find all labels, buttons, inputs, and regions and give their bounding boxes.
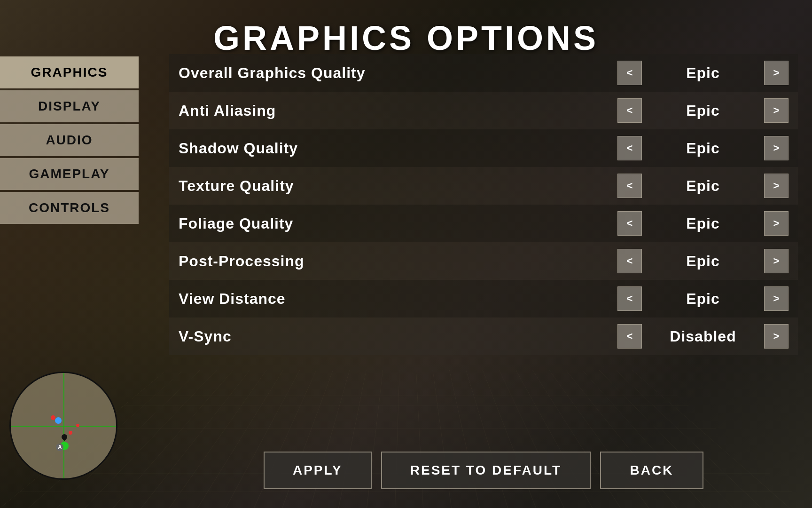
settings-row-shadow-quality: Shadow Quality < Epic > xyxy=(169,129,798,167)
apply-button[interactable]: APPLY xyxy=(264,452,372,489)
bottom-buttons: APPLY RESET TO DEFAULT BACK xyxy=(169,452,798,489)
settings-panel: Overall Graphics Quality < Epic > Anti A… xyxy=(169,54,798,456)
sidebar-item-controls[interactable]: CONTROLS xyxy=(0,192,139,224)
setting-control-view-distance: < Epic > xyxy=(617,286,789,311)
arrow-left-foliage-quality[interactable]: < xyxy=(617,211,642,236)
arrow-right-anti-aliasing[interactable]: > xyxy=(764,98,789,123)
setting-value-shadow-quality: Epic xyxy=(651,140,755,157)
back-button[interactable]: BACK xyxy=(600,452,703,489)
setting-value-foliage-quality: Epic xyxy=(651,215,755,232)
settings-row-view-distance: View Distance < Epic > xyxy=(169,280,798,318)
setting-control-vsync: < Disabled > xyxy=(617,324,789,349)
arrow-left-shadow-quality[interactable]: < xyxy=(617,136,642,160)
settings-row-foliage-quality: Foliage Quality < Epic > xyxy=(169,205,798,242)
minimap-dot-4 xyxy=(55,417,62,424)
arrow-left-view-distance[interactable]: < xyxy=(617,286,642,311)
arrow-right-shadow-quality[interactable]: > xyxy=(764,136,789,160)
minimap: A xyxy=(9,372,117,480)
setting-control-anti-aliasing: < Epic > xyxy=(617,98,789,123)
arrow-right-post-processing[interactable]: > xyxy=(764,249,789,273)
arrow-left-anti-aliasing[interactable]: < xyxy=(617,98,642,123)
sidebar: GRAPHICSDISPLAYAUDIOGAMEPLAYCONTROLS xyxy=(0,52,139,224)
reset-button[interactable]: RESET TO DEFAULT xyxy=(381,452,591,489)
page-title: GRAPHICS OPTIONS xyxy=(0,0,812,57)
setting-label-post-processing: Post-Processing xyxy=(179,253,617,270)
setting-label-shadow-quality: Shadow Quality xyxy=(179,140,617,157)
main-content: GRAPHICS OPTIONS GRAPHICSDISPLAYAUDIOGAM… xyxy=(0,0,812,508)
setting-label-vsync: V-Sync xyxy=(179,328,617,345)
minimap-dot-3 xyxy=(76,424,79,427)
setting-control-texture-quality: < Epic > xyxy=(617,174,789,198)
sidebar-item-audio[interactable]: AUDIO xyxy=(0,124,139,156)
arrow-left-vsync[interactable]: < xyxy=(617,324,642,349)
setting-value-anti-aliasing: Epic xyxy=(651,102,755,119)
settings-row-post-processing: Post-Processing < Epic > xyxy=(169,242,798,280)
setting-label-view-distance: View Distance xyxy=(179,290,617,308)
arrow-right-view-distance[interactable]: > xyxy=(764,286,789,311)
setting-value-vsync: Disabled xyxy=(651,328,755,345)
setting-control-overall-graphics: < Epic > xyxy=(617,61,789,85)
setting-control-foliage-quality: < Epic > xyxy=(617,211,789,236)
setting-label-anti-aliasing: Anti Aliasing xyxy=(179,102,617,119)
setting-label-overall-graphics: Overall Graphics Quality xyxy=(179,64,617,82)
setting-value-overall-graphics: Epic xyxy=(651,64,755,82)
setting-value-post-processing: Epic xyxy=(651,253,755,270)
settings-row-texture-quality: Texture Quality < Epic > xyxy=(169,167,798,205)
arrow-left-texture-quality[interactable]: < xyxy=(617,174,642,198)
setting-label-texture-quality: Texture Quality xyxy=(179,177,617,195)
settings-row-vsync: V-Sync < Disabled > xyxy=(169,318,798,355)
settings-row-anti-aliasing: Anti Aliasing < Epic > xyxy=(169,92,798,129)
setting-value-view-distance: Epic xyxy=(651,290,755,308)
setting-label-foliage-quality: Foliage Quality xyxy=(179,215,617,232)
minimap-inner: A xyxy=(11,373,116,478)
minimap-grid-vertical xyxy=(63,373,64,478)
arrow-right-vsync[interactable]: > xyxy=(764,324,789,349)
setting-control-shadow-quality: < Epic > xyxy=(617,136,789,160)
arrow-left-overall-graphics[interactable]: < xyxy=(617,61,642,85)
arrow-right-texture-quality[interactable]: > xyxy=(764,174,789,198)
arrow-right-foliage-quality[interactable]: > xyxy=(764,211,789,236)
settings-row-overall-graphics: Overall Graphics Quality < Epic > xyxy=(169,54,798,92)
minimap-player-marker xyxy=(60,433,68,441)
arrow-left-post-processing[interactable]: < xyxy=(617,249,642,273)
setting-value-texture-quality: Epic xyxy=(651,177,755,195)
arrow-right-overall-graphics[interactable]: > xyxy=(764,61,789,85)
sidebar-item-display[interactable]: DISPLAY xyxy=(0,90,139,122)
minimap-label-a: A xyxy=(56,444,63,451)
sidebar-item-gameplay[interactable]: GAMEPLAY xyxy=(0,158,139,190)
sidebar-item-graphics[interactable]: GRAPHICS xyxy=(0,56,139,88)
minimap-dot-2 xyxy=(69,431,72,435)
setting-control-post-processing: < Epic > xyxy=(617,249,789,273)
